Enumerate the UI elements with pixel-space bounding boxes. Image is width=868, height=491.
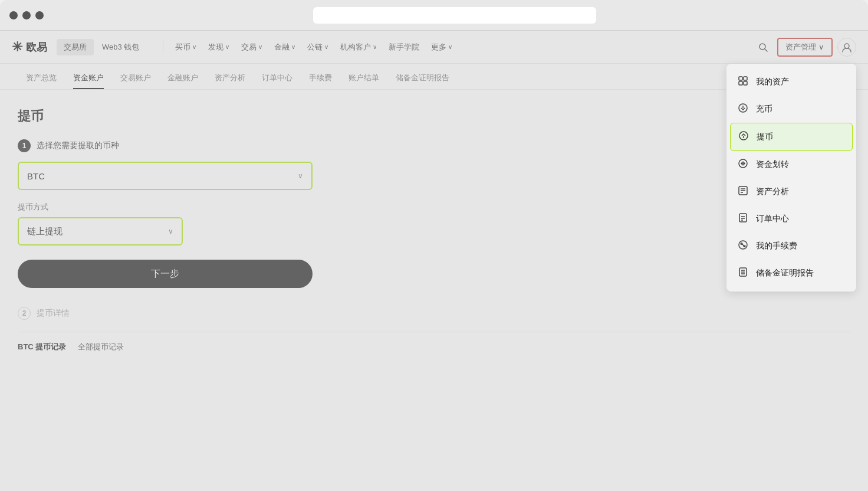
my-assets-icon [737,76,749,89]
app: ✳ 欧易 交易所 Web3 钱包 买币 ∨ 发现 ∨ 交易 ∨ 金融 ∨ [0,31,868,491]
browser-chrome [0,0,868,31]
dropdown-deposit[interactable]: 充币 [726,96,856,123]
traffic-light-close[interactable] [9,11,18,19]
dropdown-deposit-label: 充币 [756,104,772,114]
traffic-light-minimize[interactable] [22,11,31,19]
svg-rect-5 [739,81,742,85]
withdraw-icon [738,130,749,143]
reserve-proof-icon [737,267,749,280]
dropdown-my-fees-label: 我的手续费 [756,241,797,251]
dropdown-my-fees[interactable]: 我的手续费 [726,233,856,260]
address-bar[interactable] [313,7,596,24]
svg-rect-17 [739,214,747,222]
dropdown-transfer-label: 资金划转 [756,159,789,170]
dropdown-withdraw[interactable]: 提币 [730,123,853,151]
my-fees-icon [737,240,749,253]
traffic-light-maximize[interactable] [35,11,44,19]
dropdown-my-assets-label: 我的资产 [756,77,789,87]
dropdown-withdraw-label: 提币 [757,132,773,142]
dropdown-transfer[interactable]: 资金划转 [726,151,856,178]
dropdown-reserve-proof[interactable]: 储备金证明报告 [726,260,856,287]
asset-dropdown-menu: 我的资产 充币 提币 [726,64,856,292]
dropdown-order-center[interactable]: 订单中心 [726,205,856,233]
asset-analysis-icon [737,185,749,198]
dropdown-reserve-proof-label: 储备金证明报告 [756,268,814,279]
order-center-icon [737,212,749,225]
svg-rect-6 [744,81,747,85]
svg-rect-4 [744,77,747,80]
traffic-lights [9,11,44,19]
dropdown-my-assets[interactable]: 我的资产 [726,68,856,96]
svg-rect-3 [739,77,742,80]
deposit-icon [737,103,749,116]
dropdown-asset-analysis-label: 资产分析 [756,186,789,197]
dropdown-asset-analysis[interactable]: 资产分析 [726,178,856,205]
dropdown-order-center-label: 订单中心 [756,214,789,224]
transfer-icon [737,158,749,171]
